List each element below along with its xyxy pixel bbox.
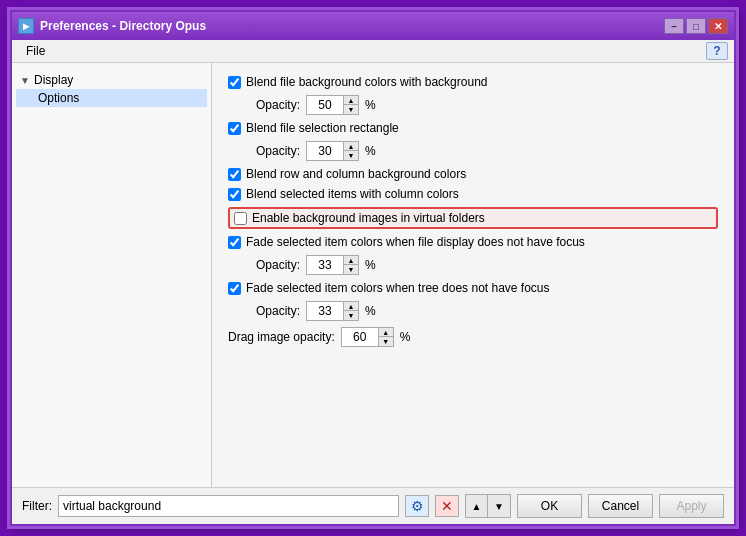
sidebar-item-label-options: Options xyxy=(38,91,79,105)
sidebar-item-options[interactable]: Options xyxy=(16,89,207,107)
filter-label: Filter: xyxy=(22,499,52,513)
percent-label-2: % xyxy=(365,144,376,158)
app-icon: ▶ xyxy=(18,18,34,34)
opacity-label-3: Opacity: xyxy=(256,258,300,272)
checkbox-enable-bg-virtual[interactable] xyxy=(234,212,247,225)
spinner-btns-2: ▲ ▼ xyxy=(343,142,358,160)
checkbox-blend-bg[interactable] xyxy=(228,76,241,89)
spinner-input-fade-no-focus[interactable] xyxy=(307,256,343,274)
spinner-btns-3: ▲ ▼ xyxy=(343,256,358,274)
spinner-down-3[interactable]: ▼ xyxy=(344,265,358,274)
opacity-row-fade-no-focus: Opacity: ▲ ▼ % xyxy=(256,255,718,275)
nav-down-button[interactable]: ▼ xyxy=(488,495,510,517)
spinner-up-5[interactable]: ▲ xyxy=(379,328,393,337)
drag-image-opacity-row: Drag image opacity: ▲ ▼ % xyxy=(228,327,718,347)
main-content: ▼ Display Options Blend file background … xyxy=(12,63,734,487)
window-controls: – □ ✕ xyxy=(664,18,728,34)
sidebar: ▼ Display Options xyxy=(12,63,212,487)
label-blend-bg: Blend file background colors with backgr… xyxy=(246,75,487,89)
minimize-button[interactable]: – xyxy=(664,18,684,34)
opacity-row-blend-selection: Opacity: ▲ ▼ % xyxy=(256,141,718,161)
content-area: Blend file background colors with backgr… xyxy=(212,63,734,487)
opacity-row-fade-tree-no-focus: Opacity: ▲ ▼ % xyxy=(256,301,718,321)
checkbox-blend-selection[interactable] xyxy=(228,122,241,135)
opacity-label-4: Opacity: xyxy=(256,304,300,318)
window-title: Preferences - Directory Opus xyxy=(40,19,664,33)
sidebar-item-label-display: Display xyxy=(34,73,73,87)
opacity-label-1: Opacity: xyxy=(256,98,300,112)
option-enable-bg-virtual-highlighted: Enable background images in virtual fold… xyxy=(228,207,718,229)
checkbox-fade-no-focus[interactable] xyxy=(228,236,241,249)
checkbox-fade-tree-no-focus[interactable] xyxy=(228,282,241,295)
close-button[interactable]: ✕ xyxy=(708,18,728,34)
spinner-btns-1: ▲ ▼ xyxy=(343,96,358,114)
help-button[interactable]: ? xyxy=(706,42,728,60)
sidebar-item-display[interactable]: ▼ Display xyxy=(16,71,207,89)
spinner-btns-5: ▲ ▼ xyxy=(378,328,393,346)
percent-label-4: % xyxy=(365,304,376,318)
label-blend-selected-col: Blend selected items with column colors xyxy=(246,187,459,201)
spinner-down-2[interactable]: ▼ xyxy=(344,151,358,160)
spinner-input-drag-image[interactable] xyxy=(342,328,378,346)
label-blend-row-col: Blend row and column background colors xyxy=(246,167,466,181)
spinner-up-3[interactable]: ▲ xyxy=(344,256,358,265)
label-enable-bg-virtual: Enable background images in virtual fold… xyxy=(252,211,485,225)
action-buttons: OK Cancel Apply xyxy=(517,494,724,518)
checkbox-blend-selected-col[interactable] xyxy=(228,188,241,201)
menu-file[interactable]: File xyxy=(18,42,53,60)
percent-label-3: % xyxy=(365,258,376,272)
spinner-down-1[interactable]: ▼ xyxy=(344,105,358,114)
apply-button[interactable]: Apply xyxy=(659,494,724,518)
filter-clear-button[interactable]: ✕ xyxy=(435,495,459,517)
option-blend-bg: Blend file background colors with backgr… xyxy=(228,75,718,89)
spinner-input-blend-bg[interactable] xyxy=(307,96,343,114)
filter-input[interactable] xyxy=(58,495,399,517)
option-fade-no-focus: Fade selected item colors when file disp… xyxy=(228,235,718,249)
ok-button[interactable]: OK xyxy=(517,494,582,518)
title-bar: ▶ Preferences - Directory Opus – □ ✕ xyxy=(12,12,734,40)
spinner-fade-tree-no-focus: ▲ ▼ xyxy=(306,301,359,321)
spinner-up-4[interactable]: ▲ xyxy=(344,302,358,311)
nav-button-group: ▲ ▼ xyxy=(465,494,511,518)
spinner-down-4[interactable]: ▼ xyxy=(344,311,358,320)
option-fade-tree-no-focus: Fade selected item colors when tree does… xyxy=(228,281,718,295)
spinner-fade-no-focus: ▲ ▼ xyxy=(306,255,359,275)
footer: Filter: ⚙ ✕ ▲ ▼ OK Cancel Apply xyxy=(12,487,734,524)
label-fade-tree-no-focus: Fade selected item colors when tree does… xyxy=(246,281,550,295)
nav-up-button[interactable]: ▲ xyxy=(466,495,488,517)
spinner-blend-bg: ▲ ▼ xyxy=(306,95,359,115)
option-blend-selection: Blend file selection rectangle xyxy=(228,121,718,135)
spinner-drag-image: ▲ ▼ xyxy=(341,327,394,347)
label-fade-no-focus: Fade selected item colors when file disp… xyxy=(246,235,585,249)
option-blend-selected-col: Blend selected items with column colors xyxy=(228,187,718,201)
option-enable-bg-virtual: Enable background images in virtual fold… xyxy=(234,211,712,225)
option-blend-row-col: Blend row and column background colors xyxy=(228,167,718,181)
spinner-btns-4: ▲ ▼ xyxy=(343,302,358,320)
tree-arrow-icon: ▼ xyxy=(20,75,34,86)
spinner-down-5[interactable]: ▼ xyxy=(379,337,393,346)
label-blend-selection: Blend file selection rectangle xyxy=(246,121,399,135)
drag-opacity-label: Drag image opacity: xyxy=(228,330,335,344)
menu-bar: File ? xyxy=(12,40,734,63)
opacity-row-blend-bg: Opacity: ▲ ▼ % xyxy=(256,95,718,115)
spinner-blend-selection: ▲ ▼ xyxy=(306,141,359,161)
opacity-label-2: Opacity: xyxy=(256,144,300,158)
maximize-button[interactable]: □ xyxy=(686,18,706,34)
spinner-input-blend-selection[interactable] xyxy=(307,142,343,160)
spinner-up-2[interactable]: ▲ xyxy=(344,142,358,151)
spinner-up-1[interactable]: ▲ xyxy=(344,96,358,105)
filter-search-button[interactable]: ⚙ xyxy=(405,495,429,517)
main-window: ▶ Preferences - Directory Opus – □ ✕ Fil… xyxy=(10,10,736,526)
checkbox-blend-row-col[interactable] xyxy=(228,168,241,181)
percent-label-5: % xyxy=(400,330,411,344)
spinner-input-fade-tree-no-focus[interactable] xyxy=(307,302,343,320)
percent-label-1: % xyxy=(365,98,376,112)
cancel-button[interactable]: Cancel xyxy=(588,494,653,518)
